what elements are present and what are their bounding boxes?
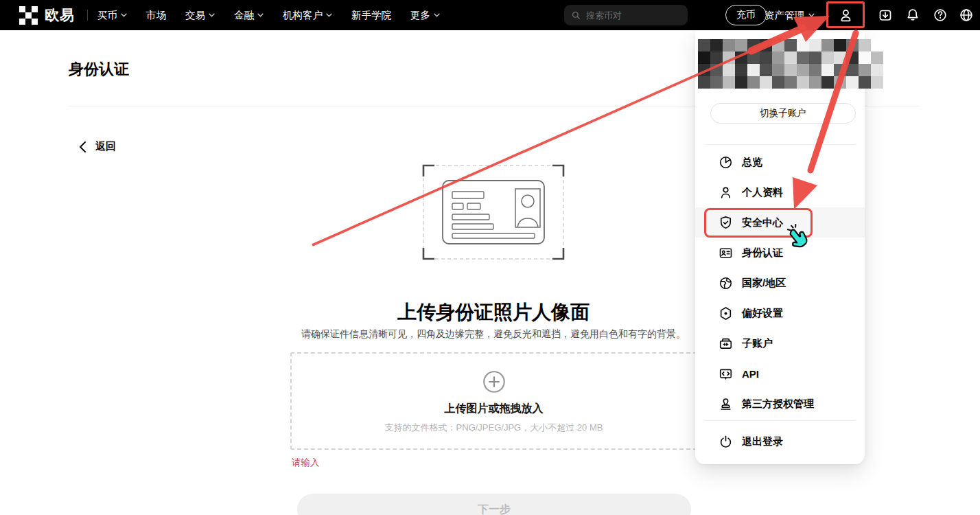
user-account-icon [838, 8, 854, 23]
okx-logo-icon [19, 6, 38, 25]
upload-dropzone[interactable]: 上传图片或拖拽放入 支持的文件格式：PNG/JPEG/JPG，大小不超过 20 … [290, 352, 697, 450]
nav-item-buy-crypto[interactable]: 买币 [97, 9, 127, 22]
page-title: 身份认证 [69, 59, 129, 80]
chevron-down-icon [434, 13, 440, 17]
menu-item-profile[interactable]: 个人资料 [695, 177, 865, 207]
id-card-illustration [419, 161, 568, 263]
top-navbar: 欧易 买币 市场 交易 金融 机构客户 新手学院 [0, 0, 980, 30]
upload-hint: 请确保证件信息清晰可见，四角及边缘完整，避免反光和遮挡，避免用白色和有字的背景。 [281, 328, 706, 341]
download-icon [878, 8, 893, 23]
logout-section: 退出登录 [695, 426, 865, 457]
switch-subaccount-button[interactable]: 切换子账户 [710, 103, 856, 124]
shield-check-icon [718, 215, 733, 230]
dropzone-label: 上传图片或拖拽放入 [445, 402, 544, 416]
assets-menu[interactable]: 资产管理 [765, 0, 815, 30]
menu-item-security-center[interactable]: 安全中心 [695, 207, 865, 238]
validation-error-text: 请输入 [292, 457, 320, 469]
menu-item-api[interactable]: API [695, 358, 865, 389]
deposit-button[interactable]: 充币 [725, 5, 767, 25]
account-dropdown: 切换子账户 总览 个人资料 安全中心 [695, 30, 865, 464]
api-icon [718, 366, 733, 381]
person-icon [718, 185, 733, 200]
dropzone-formats: 支持的文件格式：PNG/JPEG/JPG，大小不超过 20 MB [385, 422, 603, 434]
nav-item-institutional[interactable]: 机构客户 [283, 9, 332, 22]
language-button[interactable] [953, 0, 980, 30]
okx-logo[interactable]: 欧易 [19, 5, 75, 25]
dropdown-divider [705, 144, 855, 145]
chevron-down-icon [121, 13, 127, 17]
search-icon [571, 10, 581, 21]
menu-item-preferences[interactable]: 偏好设置 [695, 298, 865, 328]
menu-item-logout[interactable]: 退出登录 [695, 426, 865, 457]
chevron-left-icon [79, 141, 86, 153]
chevron-down-icon [209, 13, 215, 17]
menu-item-identity-verification[interactable]: 身份认证 [695, 238, 865, 268]
search-input[interactable] [586, 10, 681, 21]
plus-circle-icon [481, 369, 507, 395]
globe-icon [959, 8, 974, 23]
dropdown-divider [705, 420, 855, 421]
user-account-button[interactable] [832, 0, 859, 30]
pie-chart-icon [718, 154, 733, 170]
okx-logo-text: 欧易 [45, 5, 75, 25]
primary-nav: 买币 市场 交易 金融 机构客户 新手学院 更多 [97, 9, 440, 22]
menu-item-third-party-auth[interactable]: 第三方授权管理 [695, 389, 865, 419]
nav-item-markets[interactable]: 市场 [146, 9, 166, 22]
help-button[interactable] [926, 0, 954, 30]
search-box[interactable] [564, 5, 688, 25]
menu-item-overview[interactable]: 总览 [695, 147, 865, 177]
account-menu-list: 总览 个人资料 安全中心 身份认证 [695, 147, 865, 419]
download-app-button[interactable] [872, 0, 899, 30]
nav-item-academy[interactable]: 新手学院 [351, 9, 391, 22]
chevron-down-icon [808, 13, 815, 17]
notifications-button[interactable] [899, 0, 926, 30]
bell-icon [905, 8, 920, 23]
nav-item-finance[interactable]: 金融 [234, 9, 264, 22]
id-card-icon [718, 245, 733, 260]
chevron-down-icon [326, 13, 332, 17]
globe-icon [718, 275, 733, 290]
okx-identity-verification-page: 欧易 买币 市场 交易 金融 机构客户 新手学院 [0, 0, 980, 515]
back-label: 返回 [95, 140, 116, 153]
upload-heading: 上传身份证照片人像面 [288, 299, 699, 325]
power-icon [718, 434, 733, 449]
nav-item-trade[interactable]: 交易 [185, 9, 215, 22]
chevron-down-icon [257, 13, 264, 17]
next-step-button[interactable]: 下一步 [297, 494, 691, 515]
stamp-icon [718, 396, 733, 411]
subaccount-icon [718, 336, 733, 351]
question-circle-icon [933, 8, 948, 23]
menu-item-country-region[interactable]: 国家/地区 [695, 268, 865, 298]
nav-item-more[interactable]: 更多 [410, 9, 440, 22]
menu-item-subaccounts[interactable]: 子账户 [695, 328, 865, 358]
nav-divider [87, 10, 88, 21]
preferences-icon [718, 306, 733, 321]
back-link[interactable]: 返回 [79, 140, 116, 153]
censored-avatar [698, 39, 883, 89]
